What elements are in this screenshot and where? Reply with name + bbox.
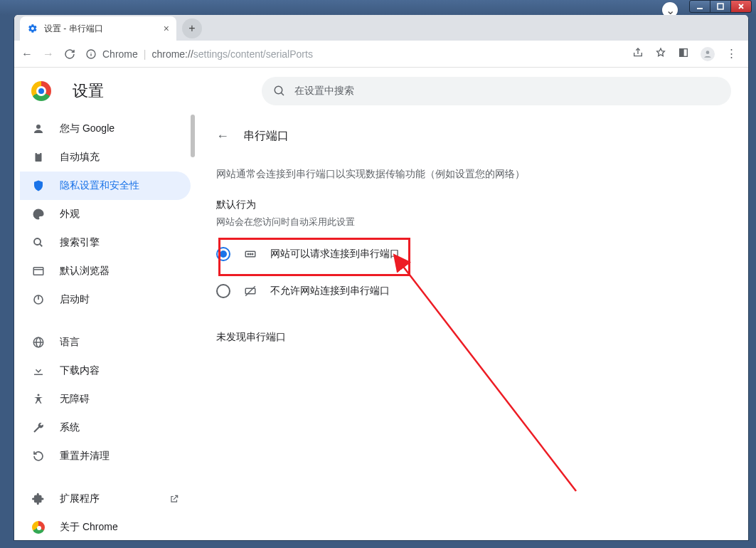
new-tab-button[interactable]: + [182, 19, 202, 38]
svg-point-27 [252, 254, 253, 255]
svg-rect-12 [37, 152, 41, 154]
forward-button[interactable]: → [43, 48, 54, 60]
accessibility-icon [31, 393, 46, 406]
settings-header: 设置 在设置中搜索 [14, 68, 748, 115]
serial-port-icon [243, 248, 257, 260]
option-allow-connect[interactable]: 网站可以请求连接到串行端口 [216, 236, 728, 273]
sidebar: 您与 Google 自动填充 隐私设置和安全性 外观 搜索引擎 默认浏览器 启动… [14, 115, 196, 541]
wrench-icon [31, 421, 46, 434]
search-icon [31, 236, 46, 249]
svg-line-14 [40, 244, 42, 246]
sidebar-item-accessibility[interactable]: 无障碍 [20, 385, 191, 413]
svg-rect-1 [718, 4, 723, 9]
person-icon [31, 122, 46, 135]
none-found-label: 未发现串行端口 [216, 331, 728, 344]
share-icon[interactable] [632, 47, 644, 61]
main-content: ← 串行端口 网站通常会连接到串行端口以实现数据传输功能（例如设置您的网络） 默… [196, 115, 748, 541]
reload-button[interactable] [64, 48, 75, 60]
sidebar-item-languages[interactable]: 语言 [20, 328, 191, 357]
gear-icon [27, 23, 38, 34]
sidebar-item-downloads[interactable]: 下载内容 [20, 357, 191, 385]
sidebar-item-system[interactable]: 系统 [20, 413, 191, 442]
url-scheme-label: Chrome [102, 48, 138, 60]
sidebar-item-search-engine[interactable]: 搜索引擎 [20, 228, 191, 257]
search-icon [273, 85, 286, 98]
reset-icon [31, 450, 46, 463]
radio-unchecked-icon [216, 284, 230, 298]
serial-port-blocked-icon [243, 285, 257, 297]
svg-line-9 [281, 93, 284, 95]
maximize-button[interactable] [710, 0, 731, 13]
settings-search[interactable]: 在设置中搜索 [262, 77, 731, 105]
tab-active[interactable]: 设置 - 串行端口 × [20, 16, 176, 41]
back-to-content-button[interactable]: ← [216, 129, 229, 144]
search-placeholder: 在设置中搜索 [294, 85, 354, 98]
option-allow-label: 网站可以请求连接到串行端口 [270, 248, 400, 260]
svg-point-25 [247, 254, 249, 255]
tab-title: 设置 - 串行端口 [44, 23, 103, 35]
chrome-logo-icon [31, 81, 51, 101]
power-icon [31, 293, 46, 306]
page-title: 串行端口 [243, 129, 289, 144]
svg-point-7 [706, 51, 710, 54]
sidebar-item-default-browser[interactable]: 默认浏览器 [20, 257, 191, 285]
svg-point-8 [275, 86, 282, 94]
sidebar-item-you-and-google[interactable]: 您与 Google [20, 115, 191, 143]
shield-icon [31, 179, 46, 192]
palette-icon [31, 208, 46, 221]
address-bar[interactable]: Chrome | chrome://settings/content/seria… [85, 48, 622, 60]
globe-icon [31, 336, 46, 349]
browser-icon [31, 265, 46, 278]
radio-checked-icon [216, 247, 230, 261]
svg-point-23 [38, 394, 40, 396]
sidebar-item-autofill[interactable]: 自动填充 [20, 143, 191, 172]
sidebar-item-about[interactable]: 关于 Chrome [20, 513, 191, 541]
scrollbar[interactable] [191, 115, 195, 157]
tab-strip: 设置 - 串行端口 × + [14, 15, 748, 41]
sidebar-item-extensions[interactable]: 扩展程序 [20, 485, 191, 513]
chrome-icon [31, 521, 46, 534]
site-info-icon[interactable] [85, 48, 97, 60]
default-behavior-title: 默认行为 [216, 199, 728, 211]
browser-window: 设置 - 串行端口 × + ← → Chrome | chrome://sett… [14, 15, 749, 541]
download-icon [31, 364, 46, 377]
sidebar-item-appearance[interactable]: 外观 [20, 200, 191, 228]
svg-rect-15 [33, 268, 43, 275]
window-controls [690, 0, 752, 13]
option-block-label: 不允许网站连接到串行端口 [270, 285, 390, 297]
svg-point-26 [250, 254, 251, 255]
option-block-connect[interactable]: 不允许网站连接到串行端口 [216, 273, 728, 310]
tab-close-icon[interactable]: × [164, 23, 169, 34]
profile-button[interactable] [701, 47, 715, 61]
minimize-button[interactable] [689, 0, 710, 13]
sidebar-item-privacy[interactable]: 隐私设置和安全性 [20, 172, 191, 200]
page-intro: 网站通常会连接到串行端口以实现数据传输功能（例如设置您的网络） [216, 166, 728, 181]
sidebar-item-reset[interactable]: 重置并清理 [20, 442, 191, 470]
svg-line-29 [245, 287, 255, 297]
extension-icon [31, 492, 46, 505]
external-link-icon [169, 494, 179, 504]
toolbar: ← → Chrome | chrome://settings/content/s… [14, 41, 748, 68]
svg-rect-6 [680, 48, 683, 56]
sidebar-item-on-startup[interactable]: 启动时 [20, 285, 191, 314]
svg-rect-0 [697, 8, 703, 9]
close-button[interactable] [730, 0, 752, 13]
bookmark-icon[interactable] [655, 47, 666, 61]
menu-icon[interactable]: ⋮ [726, 47, 737, 61]
svg-point-13 [34, 238, 41, 245]
svg-rect-22 [34, 374, 43, 376]
svg-rect-11 [36, 153, 42, 162]
clipboard-icon [31, 151, 46, 164]
reading-list-icon[interactable] [678, 47, 689, 61]
os-titlebar: ⌄ [0, 0, 756, 15]
svg-point-10 [36, 125, 41, 129]
app-title: 设置 [73, 80, 104, 102]
back-button[interactable]: ← [21, 48, 33, 60]
default-behavior-sub: 网站会在您访问时自动采用此设置 [216, 216, 728, 228]
